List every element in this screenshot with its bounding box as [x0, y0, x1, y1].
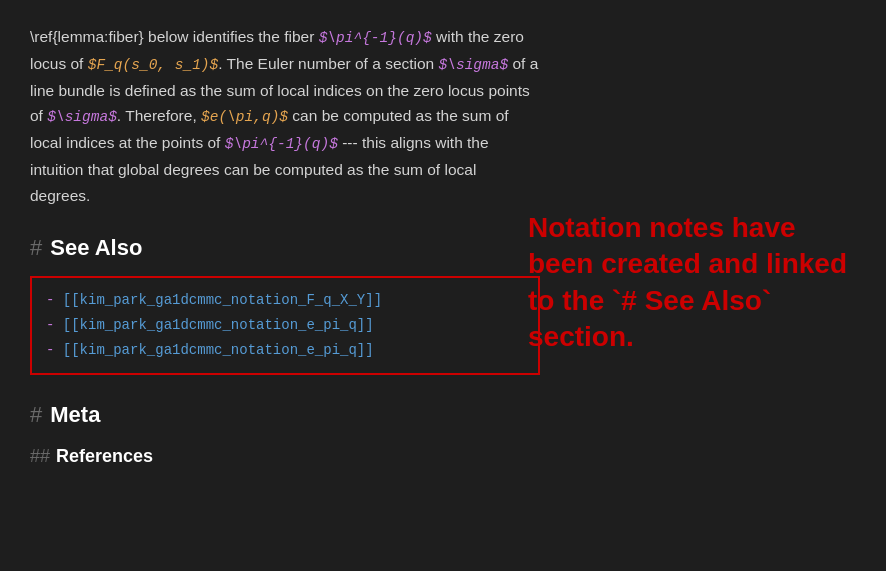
- references-title: References: [56, 442, 153, 471]
- references-subheading: ## References: [30, 442, 540, 471]
- math-e-pi-q: $e(\pi,q)$: [201, 109, 288, 125]
- list-item: - [[kim_park_ga1dcmmc_notation_e_pi_q]]: [46, 338, 524, 363]
- list-item: - [[kim_park_ga1dcmmc_notation_e_pi_q]]: [46, 313, 524, 338]
- link-2[interactable]: [[kim_park_ga1dcmmc_notation_e_pi_q]]: [63, 317, 374, 333]
- references-hash: ##: [30, 442, 50, 471]
- list-item: - [[kim_park_ga1dcmmc_notation_F_q_X_Y]]: [46, 288, 524, 313]
- see-also-box: - [[kim_park_ga1dcmmc_notation_F_q_X_Y]]…: [30, 276, 540, 376]
- see-also-heading: # See Also: [30, 230, 540, 265]
- math-F-q-s0-s1: $F_q(s_0, s_1)$: [88, 57, 219, 73]
- see-also-title: See Also: [50, 230, 142, 265]
- link-3[interactable]: [[kim_park_ga1dcmmc_notation_e_pi_q]]: [63, 342, 374, 358]
- item-dash-2: -: [46, 317, 63, 333]
- text-before-math3: . The Euler number of a section: [218, 55, 438, 72]
- main-paragraph: \ref{lemma:fiber} below identifies the f…: [30, 24, 540, 208]
- math-pi-inv-q-2: $\pi^{-1}(q)$: [225, 136, 338, 152]
- item-dash-3: -: [46, 342, 63, 358]
- math-sigma-1: $\sigma$: [439, 57, 509, 73]
- link-1[interactable]: [[kim_park_ga1dcmmc_notation_F_q_X_Y]]: [63, 292, 382, 308]
- item-dash-1: -: [46, 292, 63, 308]
- meta-title: Meta: [50, 397, 100, 432]
- text-before-math5: . Therefore,: [117, 107, 201, 124]
- meta-hash: #: [30, 397, 42, 432]
- math-sigma-2: $\sigma$: [47, 109, 117, 125]
- notation-annotation: Notation notes have been created and lin…: [528, 210, 868, 356]
- page-container: \ref{lemma:fiber} below identifies the f…: [0, 0, 886, 571]
- meta-heading: # Meta: [30, 397, 540, 432]
- math-pi-inv-q-1: $\pi^{-1}(q)$: [319, 30, 432, 46]
- text-before-math1: \ref{lemma:fiber} below identifies the f…: [30, 28, 319, 45]
- see-also-hash: #: [30, 230, 42, 265]
